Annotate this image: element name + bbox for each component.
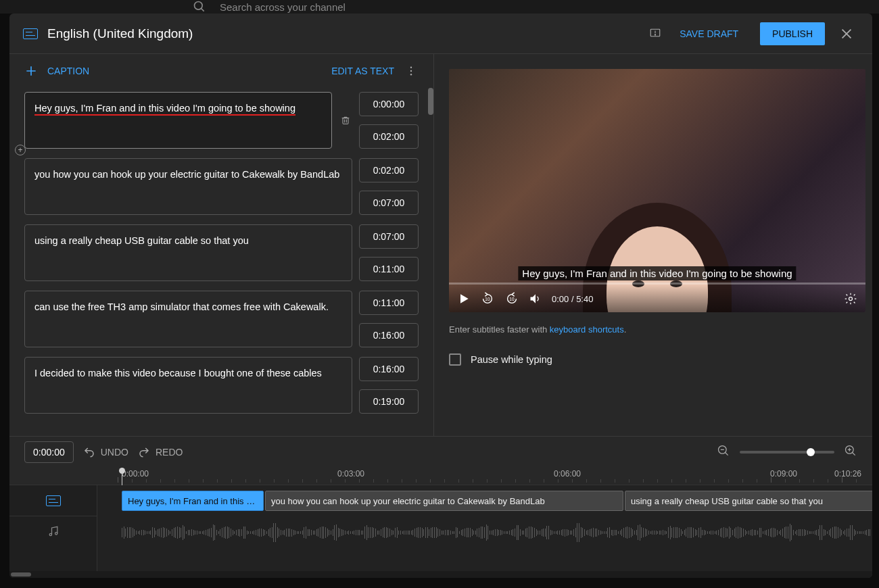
zoom-slider[interactable] — [740, 451, 834, 454]
captions-pane: CAPTION EDIT AS TEXT Hey guys, I'm Fran … — [9, 54, 434, 436]
feedback-icon[interactable] — [643, 22, 667, 46]
svg-line-1 — [201, 9, 204, 11]
caption-end-time[interactable]: 0:02:00 — [359, 124, 419, 149]
settings-button[interactable] — [844, 292, 857, 305]
close-button[interactable] — [834, 22, 859, 46]
zoom-out-button[interactable] — [717, 444, 730, 460]
caption-row[interactable]: using a really cheap USB guitar cable so… — [24, 224, 419, 281]
timeline-ruler[interactable]: 0:00:000:03:000:06:000:09:000:10:26 — [9, 468, 872, 485]
video-time: 0:00 / 5:40 — [552, 294, 593, 304]
caption-text[interactable]: I decided to make this video because I b… — [24, 357, 352, 414]
svg-line-25 — [853, 453, 855, 456]
video-progress-bar[interactable] — [449, 283, 865, 285]
redo-button[interactable]: REDO — [138, 446, 183, 458]
keyboard-tip: Enter subtitles faster with keyboard sho… — [449, 324, 865, 335]
svg-point-10 — [410, 70, 412, 72]
dialog-header: English (United Kingdom) SAVE DRAFT PUBL… — [9, 14, 872, 54]
add-caption-label: CAPTION — [47, 66, 89, 76]
caption-row[interactable]: Hey guys, I'm Fran and in this video I'm… — [24, 92, 419, 149]
publish-button[interactable]: PUBLISH — [760, 22, 825, 45]
caption-start-time[interactable]: 0:11:00 — [359, 291, 419, 315]
ruler-label: 0:06:00 — [554, 469, 581, 479]
ruler-label: 0:10:26 — [834, 469, 861, 479]
add-caption-button[interactable]: CAPTION — [24, 64, 89, 78]
keyboard-shortcuts-link[interactable]: keyboard shortcuts — [550, 324, 624, 335]
caption-end-time[interactable]: 0:11:00 — [359, 257, 419, 281]
caption-row[interactable]: I decided to make this video because I b… — [24, 357, 419, 414]
timeline-segment[interactable]: Hey guys, I'm Fran and in this vid… — [122, 491, 264, 511]
caption-start-time[interactable]: 0:16:00 — [359, 357, 419, 381]
video-preview[interactable]: Hey guys, I'm Fran and in this video I'm… — [449, 69, 865, 312]
audio-waveform — [97, 519, 872, 546]
svg-marker-19 — [531, 294, 536, 303]
caption-start-time[interactable]: 0:02:00 — [359, 158, 419, 182]
svg-rect-12 — [343, 118, 348, 124]
background-search: Search across your channel — [0, 0, 879, 14]
caption-list[interactable]: Hey guys, I'm Fran and in this video I'm… — [9, 88, 433, 436]
timeline-segment[interactable]: using a really cheap USB guitar cable so… — [625, 491, 872, 511]
svg-line-22 — [726, 453, 728, 456]
forward-10-button[interactable]: 10 — [504, 291, 519, 306]
volume-button[interactable] — [529, 292, 542, 305]
svg-text:10: 10 — [485, 297, 490, 301]
video-caption-overlay: Hey guys, I'm Fran and in this video I'm… — [518, 266, 796, 280]
svg-point-0 — [195, 2, 203, 10]
more-options-button[interactable] — [404, 59, 419, 83]
svg-point-11 — [410, 74, 412, 75]
pause-while-typing-checkbox[interactable] — [449, 353, 461, 366]
svg-point-28 — [49, 533, 51, 535]
captions-icon — [23, 28, 38, 39]
caption-row[interactable]: you how you can hook up your electric gu… — [24, 158, 419, 215]
insert-caption-button[interactable]: + — [15, 145, 26, 155]
caption-end-time[interactable]: 0:07:00 — [359, 191, 419, 215]
svg-point-29 — [55, 533, 57, 535]
zoom-in-button[interactable] — [844, 444, 857, 460]
ruler-label: 0:03:00 — [337, 469, 364, 479]
timeline-scrollbar[interactable] — [9, 571, 872, 578]
ruler-label: 0:09:00 — [770, 469, 797, 479]
delete-caption-button[interactable] — [339, 92, 352, 149]
audio-track-icon[interactable] — [9, 516, 97, 546]
save-draft-button[interactable]: SAVE DRAFT — [667, 28, 751, 39]
caption-start-time[interactable]: 0:00:00 — [359, 92, 419, 116]
scrollbar[interactable] — [428, 88, 433, 115]
pause-while-typing-label: Pause while typing — [471, 354, 552, 365]
svg-point-20 — [849, 297, 853, 301]
caption-row[interactable]: can use the free TH3 amp simulator that … — [24, 291, 419, 347]
rewind-10-button[interactable]: 10 — [480, 291, 495, 306]
timeline-panel: 0:00:00 UNDO REDO 0:00:000:03:000:06:000… — [9, 436, 872, 578]
search-placeholder: Search across your channel — [220, 1, 346, 13]
svg-marker-16 — [460, 294, 469, 303]
timeline-timecode[interactable]: 0:00:00 — [24, 441, 74, 463]
svg-text:10: 10 — [509, 297, 515, 301]
caption-start-time[interactable]: 0:07:00 — [359, 224, 419, 249]
preview-pane: Hey guys, I'm Fran and in this video I'm… — [434, 54, 872, 436]
svg-point-4 — [655, 34, 656, 34]
search-icon — [193, 0, 206, 14]
caption-text[interactable]: Hey guys, I'm Fran and in this video I'm… — [24, 92, 332, 149]
caption-text[interactable]: can use the free TH3 amp simulator that … — [24, 291, 352, 347]
edit-as-text-button[interactable]: EDIT AS TEXT — [331, 66, 394, 76]
video-controls: 10 10 0:00 / 5:40 — [449, 285, 865, 312]
ruler-label: 0:00:00 — [122, 469, 149, 479]
play-button[interactable] — [457, 292, 471, 305]
svg-point-9 — [410, 67, 412, 68]
timeline-segment[interactable]: you how you can hook up your electric gu… — [265, 491, 623, 511]
caption-end-time[interactable]: 0:16:00 — [359, 323, 419, 347]
dialog-title: English (United Kingdom) — [47, 26, 643, 41]
undo-button[interactable]: UNDO — [83, 446, 128, 458]
caption-end-time[interactable]: 0:19:00 — [359, 389, 419, 414]
caption-text[interactable]: using a really cheap USB guitar cable so… — [24, 224, 352, 281]
timeline-track-body[interactable]: Hey guys, I'm Fran and in this vid…you h… — [97, 485, 872, 571]
caption-text[interactable]: you how you can hook up your electric gu… — [24, 158, 352, 215]
subtitle-editor-dialog: English (United Kingdom) SAVE DRAFT PUBL… — [9, 14, 872, 578]
caption-track-icon[interactable] — [9, 485, 97, 516]
